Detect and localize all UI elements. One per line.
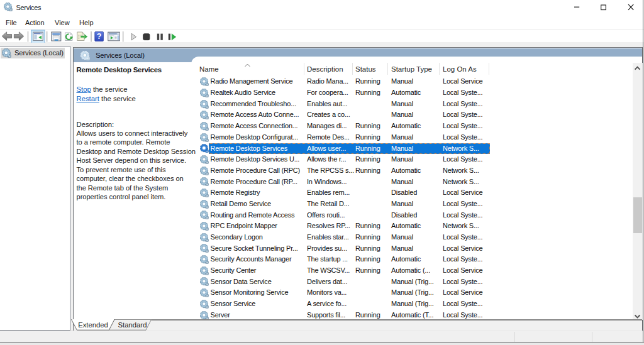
svg-text:Standard: Standard bbox=[118, 321, 147, 329]
svg-text:Extended: Extended bbox=[78, 321, 108, 329]
svg-text:?: ? bbox=[97, 32, 102, 41]
